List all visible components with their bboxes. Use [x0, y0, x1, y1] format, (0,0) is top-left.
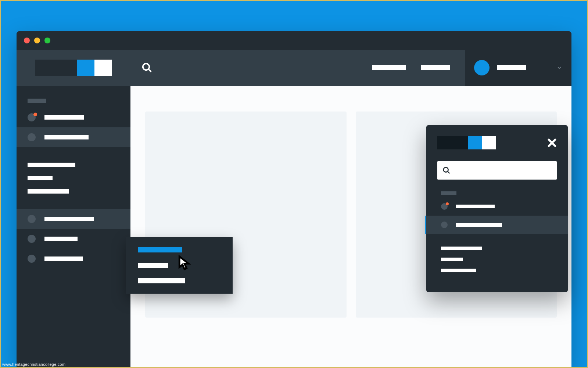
popup-search-input[interactable]	[437, 161, 557, 180]
close-icon[interactable]	[547, 138, 557, 148]
topbar-nav	[372, 65, 465, 70]
sidebar-item-label	[44, 135, 89, 139]
window-controls	[24, 38, 50, 43]
sidebar-subgroup	[17, 147, 130, 209]
status-dot	[441, 222, 448, 228]
nav-link-1[interactable]	[372, 65, 406, 70]
user-name	[497, 65, 526, 70]
sidebar-item-label	[44, 217, 94, 221]
sidebar-item-label	[44, 237, 78, 241]
context-menu-item-2[interactable]	[138, 263, 168, 268]
context-menu-item-3[interactable]	[138, 278, 185, 283]
topbar	[17, 50, 571, 86]
popup-sub-item-1[interactable]	[441, 247, 482, 250]
avatar	[474, 60, 490, 75]
sidebar-item-5[interactable]	[17, 249, 130, 269]
logo-zone	[17, 50, 130, 86]
popup-subgroup	[426, 234, 568, 285]
search-icon	[141, 62, 153, 73]
sidebar-item-label	[44, 115, 84, 120]
notification-badge-icon	[446, 202, 449, 205]
popup-logo[interactable]	[437, 136, 496, 149]
popup-item-2[interactable]	[426, 216, 568, 234]
status-dot	[28, 255, 36, 263]
user-menu[interactable]	[465, 50, 571, 86]
maximize-window-button[interactable]	[44, 38, 50, 43]
sidebar-sub-item-1[interactable]	[28, 163, 75, 167]
sidebar-sub-item-3[interactable]	[28, 189, 69, 194]
search-icon	[442, 166, 451, 174]
topbar-search[interactable]	[130, 62, 372, 73]
popup-item-1[interactable]	[426, 197, 568, 216]
status-dot	[28, 235, 36, 243]
chevron-down-icon	[556, 65, 562, 71]
popup-sub-item-3[interactable]	[441, 269, 476, 272]
sidebar-item-4[interactable]	[17, 229, 130, 249]
sidebar	[17, 86, 130, 368]
attribution-text: www.heritagechristiancollege.com	[2, 362, 65, 367]
popup-panel	[426, 125, 568, 292]
nav-link-2[interactable]	[421, 65, 450, 70]
context-menu	[126, 237, 233, 294]
context-menu-item-1[interactable]	[138, 247, 182, 252]
sidebar-item-3[interactable]	[17, 209, 130, 229]
popup-item-label	[456, 223, 502, 227]
window-titlebar	[17, 31, 571, 50]
sidebar-item-1[interactable]	[17, 107, 130, 127]
popup-header	[426, 125, 568, 158]
svg-point-4	[444, 167, 448, 172]
sidebar-sub-item-2[interactable]	[28, 176, 53, 180]
sidebar-item-label	[44, 256, 83, 261]
status-dot	[28, 215, 36, 223]
sidebar-section-header	[17, 86, 130, 107]
popup-sub-item-2[interactable]	[441, 258, 463, 261]
app-logo[interactable]	[35, 60, 112, 76]
svg-point-0	[143, 64, 150, 70]
notification-badge-icon	[33, 113, 37, 116]
close-window-button[interactable]	[24, 38, 30, 43]
popup-item-label	[456, 205, 495, 208]
sidebar-item-2[interactable]	[17, 127, 130, 147]
status-dot	[28, 133, 36, 141]
svg-line-1	[148, 69, 151, 72]
minimize-window-button[interactable]	[34, 38, 40, 43]
svg-line-5	[448, 171, 449, 173]
popup-section-header	[426, 187, 568, 197]
